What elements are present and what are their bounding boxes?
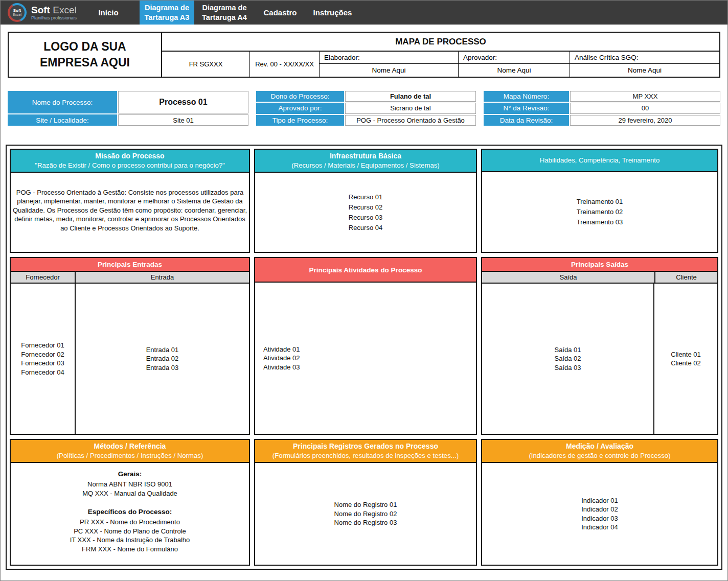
metodos-subtitle: (Políticas / Procedimentos / Instruções … <box>13 451 247 460</box>
signoff-elaborador-label: Elaborador: <box>320 52 458 64</box>
medicao-subtitle: (Indicadores de gestão e controle do Pro… <box>484 451 715 460</box>
saida-column[interactable]: Saída 01Saída 02Saída 03 <box>482 284 654 434</box>
metodos-especificos-list: PR XXX - Nome do ProcedimentoPC XXX - No… <box>11 518 249 553</box>
revision-cell[interactable]: Rev. 00 - XX/XX/XX <box>250 52 320 77</box>
tipo-de-processo-label: Tipo de Processo: <box>256 115 344 126</box>
infraestrutura-body[interactable]: Recurso 01Recurso 02Recurso 03Recurso 04 <box>255 173 476 252</box>
dono-do-processo-value[interactable]: Fulano de tal <box>345 91 476 102</box>
metodos-gerais-list: Norma ABNT NBR ISO 9001MQ XXX - Manual d… <box>11 480 249 498</box>
tipo-de-processo-value[interactable]: POG - Processo Orientado à Gestão <box>345 115 476 126</box>
section-medicao-avaliacao: Medição / Avaliação (Indicadores de gest… <box>481 439 718 566</box>
registros-title: Principais Registros Gerados no Processo <box>257 441 474 451</box>
registros-subtitle: (Formulários preenchidos, resultados de … <box>257 451 474 460</box>
section-habilidades: Habilidades, Competência, Treinamento Tr… <box>481 149 718 253</box>
signoff-elaborador-value[interactable]: Nome Aqui <box>320 64 458 77</box>
medicao-title: Medição / Avaliação <box>484 441 715 451</box>
medicao-header: Medição / Avaliação (Indicadores de gest… <box>482 440 717 463</box>
doc-code-cell[interactable]: FR SGXXX <box>162 52 250 77</box>
indicadores-list: Indicador 01Indicador 02Indicador 03Indi… <box>581 496 618 532</box>
registros-header: Principais Registros Gerados no Processo… <box>255 440 476 463</box>
saida-column-header: Saída <box>482 272 654 283</box>
nav-item-inicio-label: Início <box>98 8 118 17</box>
atividades-title: Principais Atividades do Processo <box>257 265 474 275</box>
section-infraestrutura-basica: Infraestrutura Básica (Recursos / Materi… <box>254 149 477 253</box>
nav-item-a3-label-line1: Diagrama de <box>145 3 189 13</box>
signoff-analise-critica-value[interactable]: Nome Aqui <box>570 64 719 77</box>
brand-name-light: Excel <box>53 5 76 15</box>
entradas-title: Principais Entradas <box>13 260 247 269</box>
signoff-analise-critica: Análise Crítica SGQ: Nome Aqui <box>570 52 719 77</box>
turtle-diagram-board: Missão do Processo "Razão de Existir / C… <box>6 145 722 570</box>
document-header-right: MAPA DE PROCESSO FR SGXXX Rev. 00 - XX/X… <box>162 33 719 77</box>
aprovado-por-label: Aprovado por: <box>256 103 344 113</box>
metodos-gerais-title: Gerais: <box>11 470 249 479</box>
registros-list: Nome do Registro 01Nome do Registro 02No… <box>334 500 397 527</box>
missao-subtitle: "Razão de Existir / Como o processo cont… <box>13 161 247 170</box>
brand[interactable]: Soft Excel Soft Excel Planilhas profissi… <box>1 1 77 25</box>
nav-item-inicio[interactable]: Início <box>77 1 140 25</box>
nav-item-a3-label-line2: Tartaruga A3 <box>145 13 190 22</box>
saidas-title: Principais Saídas <box>484 260 715 269</box>
medicao-body[interactable]: Indicador 01Indicador 02Indicador 03Indi… <box>482 463 717 565</box>
brand-name-bold: Soft <box>31 5 50 15</box>
nav-item-diagrama-tartaruga-a3[interactable]: Diagrama de Tartaruga A3 <box>140 1 194 25</box>
signoff-aprovador: Aprovador: Nome Aqui <box>459 52 570 77</box>
data-revisao-label: Data da Revisão: <box>484 115 569 126</box>
brand-text: Soft Excel Planilhas profissionais <box>31 5 77 20</box>
fornecedores-list: Fornecedor 01Fornecedor 02Fornecedor 03F… <box>21 341 64 377</box>
saidas-list: Saída 01Saída 02Saída 03 <box>554 345 581 373</box>
document-meta-row: FR SGXXX Rev. 00 - XX/XX/XX Elaborador: … <box>162 52 719 77</box>
signoff-aprovador-value[interactable]: Nome Aqui <box>459 64 570 77</box>
badge-text-bottom: Excel <box>13 13 21 17</box>
infraestrutura-subtitle: (Recursos / Materiais / Equipamentos / S… <box>257 161 474 170</box>
fornecedor-column[interactable]: Fornecedor 01Fornecedor 02Fornecedor 03F… <box>11 284 76 434</box>
data-revisao-value[interactable]: 29 fevereiro, 2020 <box>570 115 720 126</box>
aprovado-por-value[interactable]: Sicrano de tal <box>345 103 476 113</box>
nome-do-processo-label: Nome do Processo: <box>8 91 117 113</box>
process-info-right: Mapa Número: MP XXX N° da Revisão: 00 Da… <box>484 91 720 126</box>
registros-body[interactable]: Nome do Registro 01Nome do Registro 02No… <box>255 463 476 565</box>
missao-body[interactable]: POG - Processo Orientado à Gestão: Consi… <box>11 173 249 252</box>
infraestrutura-header: Infraestrutura Básica (Recursos / Materi… <box>255 150 476 173</box>
atividades-body[interactable]: Atividade 01Atividade 02Atividade 03 <box>255 283 476 434</box>
section-registros-gerados: Principais Registros Gerados no Processo… <box>254 439 477 566</box>
signoff-analise-critica-label: Análise Crítica SGQ: <box>570 52 719 64</box>
entradas-header: Principais Entradas <box>11 258 249 272</box>
section-principais-entradas: Principais Entradas Fornecedor Entrada F… <box>10 257 250 435</box>
missao-title: Missão do Processo <box>13 151 247 161</box>
nome-do-processo-value[interactable]: Processo 01 <box>118 91 248 113</box>
entradas-subheader: Fornecedor Entrada <box>11 272 249 284</box>
entradas-list: Entrada 01Entrada 02Entrada 03 <box>146 345 179 373</box>
soft-excel-logo-icon: Soft Excel <box>8 3 27 22</box>
document-header: LOGO DA SUA EMPRESA AQUI MAPA DE PROCESS… <box>8 32 720 78</box>
nav-item-instrucoes[interactable]: Instruções <box>306 1 359 25</box>
nav-item-a4-label-line2: Tartaruga A4 <box>202 13 247 22</box>
cliente-column[interactable]: Cliente 01Cliente 02 <box>654 284 717 434</box>
fornecedor-column-header: Fornecedor <box>11 272 76 283</box>
habilidades-body[interactable]: Treinamento 01Treinamento 02Treinamento … <box>482 172 717 252</box>
mapa-numero-value[interactable]: MP XXX <box>570 91 720 102</box>
logo-placeholder-line1: LOGO DA SUA <box>43 39 126 55</box>
process-info-band: Nome do Processo: Processo 01 Site / Loc… <box>8 91 720 126</box>
numero-revisao-label: N° da Revisão: <box>484 103 569 113</box>
company-logo-placeholder[interactable]: LOGO DA SUA EMPRESA AQUI <box>9 33 162 77</box>
site-localidade-value[interactable]: Site 01 <box>118 114 248 126</box>
entrada-column[interactable]: Entrada 01Entrada 02Entrada 03 <box>76 284 249 434</box>
process-info-middle: Dono do Processo: Fulano de tal Aprovado… <box>256 91 476 126</box>
site-localidade-label: Site / Localidade: <box>8 114 117 126</box>
metodos-body[interactable]: Gerais: Norma ABNT NBR ISO 9001MQ XXX - … <box>11 463 249 565</box>
infraestrutura-title: Infraestrutura Básica <box>257 151 474 161</box>
metodos-spacer <box>11 498 249 507</box>
saidas-header: Principais Saídas <box>482 258 717 272</box>
nav-item-instrucoes-label: Instruções <box>313 8 352 17</box>
section-metodos-referencia: Métodos / Referência (Políticas / Proced… <box>10 439 250 566</box>
nav-item-cadastro[interactable]: Cadastro <box>255 1 306 25</box>
numero-revisao-value[interactable]: 00 <box>570 103 720 113</box>
treinamentos-list: Treinamento 01Treinamento 02Treinamento … <box>577 197 623 227</box>
saidas-subheader: Saída Cliente <box>482 272 717 284</box>
signoff-elaborador: Elaborador: Nome Aqui <box>320 52 459 77</box>
nav-item-diagrama-tartaruga-a4[interactable]: Diagrama de Tartaruga A4 <box>194 1 255 25</box>
atividades-header: Principais Atividades do Processo <box>255 258 476 283</box>
atividades-list: Atividade 01Atividade 02Atividade 03 <box>263 345 300 372</box>
process-info-left: Nome do Processo: Processo 01 Site / Loc… <box>8 91 248 126</box>
